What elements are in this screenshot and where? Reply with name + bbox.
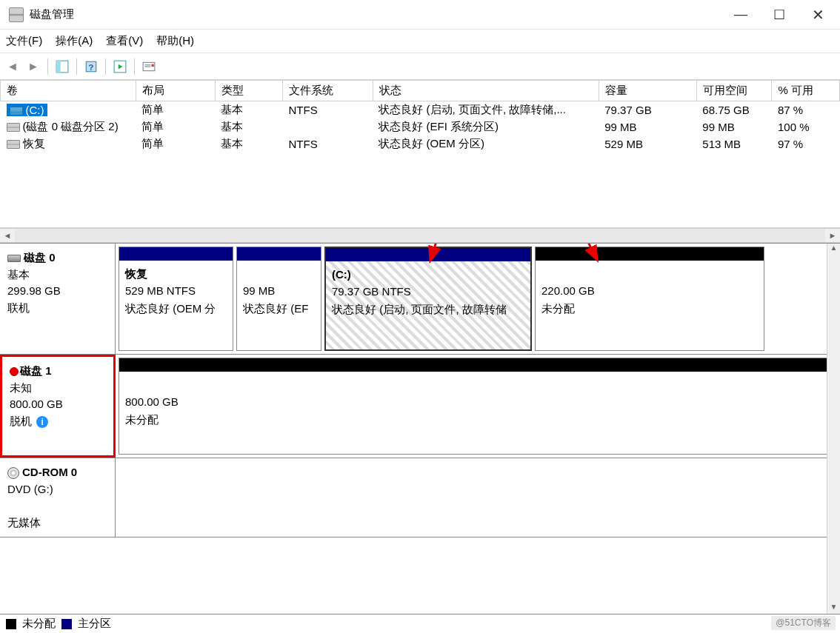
- cdrom-icon: [7, 467, 19, 479]
- maximize-button[interactable]: ☐: [760, 0, 799, 30]
- watermark: @51CTO博客: [771, 616, 836, 630]
- col-fs[interactable]: 文件系统: [283, 81, 373, 101]
- table-header-row: 卷 布局 类型 文件系统 状态 容量 可用空间 % 可用: [1, 81, 840, 101]
- table-row[interactable]: 恢复 简单 基本 NTFS 状态良好 (OEM 分区) 529 MB 513 M…: [1, 135, 840, 153]
- legend: 未分配 主分区: [0, 614, 840, 633]
- disk0-partitions: 恢复529 MB NTFS状态良好 (OEM 分 99 MB状态良好 (EF (…: [116, 244, 840, 354]
- app-icon: [9, 7, 24, 22]
- col-volume[interactable]: 卷: [1, 81, 136, 101]
- menu-action[interactable]: 操作(A): [56, 34, 93, 48]
- drive-icon: [10, 107, 23, 115]
- scroll-track[interactable]: [15, 229, 825, 242]
- toolbar: ◄ ► ?: [0, 53, 840, 80]
- show-hide-icon[interactable]: [54, 58, 70, 75]
- partition-recovery[interactable]: 恢复529 MB NTFS状态良好 (OEM 分: [119, 247, 233, 351]
- legend-primary-icon: [61, 619, 72, 629]
- toolbar-sep: [76, 58, 77, 75]
- volume-table[interactable]: 卷 布局 类型 文件系统 状态 容量 可用空间 % 可用 (C:) 简单 基本 …: [0, 80, 840, 153]
- menubar: 文件(F) 操作(A) 查看(V) 帮助(H): [0, 30, 840, 53]
- svg-text:?: ?: [89, 62, 94, 71]
- help-icon[interactable]: ?: [83, 58, 99, 75]
- back-icon[interactable]: ◄: [4, 58, 21, 75]
- table-row[interactable]: (C:) 简单 基本 NTFS 状态良好 (启动, 页面文件, 故障转储,...…: [1, 101, 840, 119]
- legend-unallocated-label: 未分配: [22, 617, 56, 631]
- window-title: 磁盘管理: [30, 7, 721, 21]
- scroll-left-icon[interactable]: ◄: [0, 229, 15, 242]
- volume-list-area: 卷 布局 类型 文件系统 状态 容量 可用空间 % 可用 (C:) 简单 基本 …: [0, 80, 840, 228]
- partition-c-selected[interactable]: (C:)79.37 GB NTFS状态良好 (启动, 页面文件, 故障转储: [324, 247, 532, 351]
- legend-primary-label: 主分区: [78, 617, 111, 631]
- toolbar-sep: [105, 58, 106, 75]
- disk-graphical-view: ▲▼ 磁盘 0 基本 299.98 GB 联机 恢复529 MB NTFS状态良…: [0, 243, 840, 614]
- horizontal-scrollbar[interactable]: ◄ ►: [0, 228, 840, 243]
- partition-unallocated-220[interactable]: 220.00 GB未分配: [535, 247, 764, 351]
- toolbar-sep: [47, 58, 48, 75]
- table-row[interactable]: (磁盘 0 磁盘分区 2) 简单 基本 状态良好 (EFI 系统分区) 99 M…: [1, 118, 840, 135]
- col-layout[interactable]: 布局: [136, 81, 215, 101]
- close-button[interactable]: ✕: [799, 0, 837, 30]
- disk-row-disk0[interactable]: 磁盘 0 基本 299.98 GB 联机 恢复529 MB NTFS状态良好 (…: [0, 244, 840, 355]
- disk-icon: [7, 255, 21, 262]
- vertical-scrollbar[interactable]: ▲▼: [827, 244, 840, 614]
- menu-file[interactable]: 文件(F): [6, 34, 42, 48]
- cdrom-area: [116, 458, 840, 537]
- refresh-icon[interactable]: [112, 58, 128, 75]
- disk-label-disk0: 磁盘 0 基本 299.98 GB 联机: [0, 244, 116, 354]
- disk-label-cdrom: CD-ROM 0 DVD (G:) 无媒体: [0, 458, 116, 537]
- scroll-right-icon[interactable]: ►: [825, 229, 840, 242]
- error-icon: [10, 367, 19, 376]
- props-icon[interactable]: [141, 58, 157, 75]
- drive-icon: [7, 140, 20, 149]
- forward-icon[interactable]: ►: [25, 58, 41, 75]
- minimize-button[interactable]: —: [721, 0, 760, 30]
- col-free[interactable]: 可用空间: [696, 81, 772, 101]
- disk-row-cdrom[interactable]: CD-ROM 0 DVD (G:) 无媒体: [0, 458, 840, 537]
- svg-rect-9: [151, 64, 153, 66]
- info-icon[interactable]: i: [36, 416, 48, 428]
- disk-label-disk1-highlighted: 磁盘 1 未知 800.00 GB 脱机 i: [0, 355, 116, 458]
- disk-row-disk1[interactable]: 磁盘 1 未知 800.00 GB 脱机 i 800.00 GB未分配: [0, 355, 840, 458]
- titlebar: 磁盘管理 — ☐ ✕: [0, 0, 840, 30]
- menu-view[interactable]: 查看(V): [106, 34, 143, 48]
- toolbar-sep: [134, 58, 135, 75]
- col-type[interactable]: 类型: [215, 81, 282, 101]
- svg-marker-5: [119, 64, 123, 69]
- col-capacity[interactable]: 容量: [599, 81, 696, 101]
- partition-unallocated-800[interactable]: 800.00 GB未分配: [119, 358, 837, 455]
- disk1-partitions: 800.00 GB未分配: [116, 355, 840, 458]
- legend-unallocated-icon: [6, 619, 16, 629]
- col-pct[interactable]: % 可用: [772, 81, 840, 101]
- col-status[interactable]: 状态: [373, 81, 599, 101]
- svg-rect-1: [56, 61, 61, 73]
- partition-efi[interactable]: 99 MB状态良好 (EF: [236, 247, 321, 351]
- volume-name-selected: (C:): [7, 104, 47, 116]
- drive-icon: [7, 123, 20, 132]
- menu-help[interactable]: 帮助(H): [156, 34, 194, 48]
